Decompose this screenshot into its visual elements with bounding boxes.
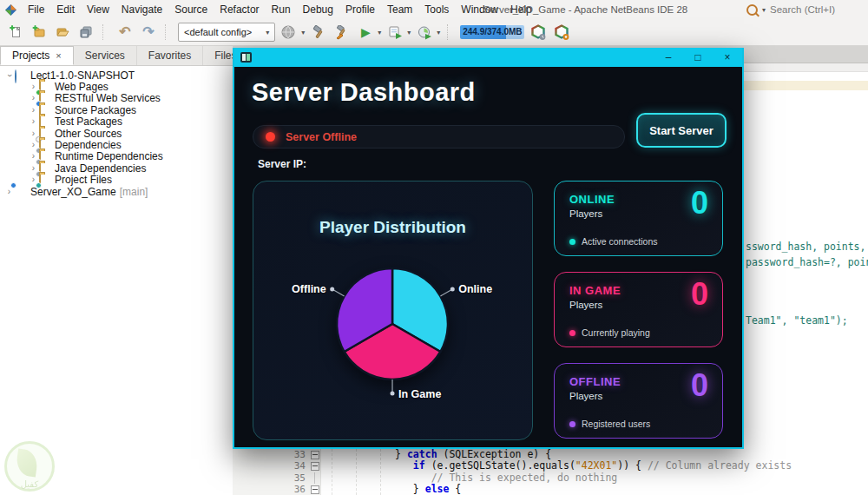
stat-sub-label: Players (569, 208, 708, 219)
tab-files[interactable]: Files (203, 46, 233, 65)
new-project-button[interactable] (30, 23, 49, 42)
tree-node-label: Other Sources (55, 128, 122, 140)
bullet-dot-icon (569, 421, 575, 427)
tree-node-java-dependencies[interactable]: › Java Dependencies (0, 162, 233, 174)
stat-value: 0 (691, 185, 708, 221)
start-server-button[interactable]: Start Server (636, 113, 727, 148)
memory-usage-indicator[interactable]: 244.9/374.0MB (460, 25, 524, 39)
tree-node-label: Test Packages (55, 116, 122, 128)
dashboard-titlebar[interactable]: – □ × (234, 48, 742, 67)
player-distribution-panel: OnlineIn GameOffline Player Distribution (253, 181, 533, 440)
open-project-button[interactable] (53, 23, 72, 42)
search-placeholder: Search (Ctrl+I) (770, 4, 835, 15)
minimize-button[interactable]: – (654, 48, 683, 67)
code-line: Team1", "team1"); (746, 314, 848, 327)
menu-tools[interactable]: Tools (418, 0, 455, 19)
tree-node-label: Source Packages (55, 104, 136, 116)
chevron-down-icon: ▾ (378, 29, 381, 36)
quick-search-input[interactable]: ▾ Search (Ctrl+I) (740, 1, 865, 18)
background-scan-icon[interactable] (552, 23, 571, 42)
tree-node-branch-suffix: [main] (120, 186, 148, 198)
close-icon[interactable]: × (56, 47, 61, 65)
code-fold-icon[interactable] (311, 462, 319, 471)
code-line: ssword_hash, points, Sta (746, 241, 868, 253)
chevron-expanded-icon[interactable]: › (5, 70, 14, 80)
redo-button[interactable]: ↷ (139, 23, 158, 42)
menu-profile[interactable]: Profile (339, 0, 381, 19)
stat-caption: Registered users (582, 419, 650, 429)
menu-navigate[interactable]: Navigate (115, 0, 168, 19)
stat-card-offline: OFFLINE Players Registered users 0 (554, 363, 723, 439)
code-row: 33 } catch (SQLException e) { (233, 449, 868, 460)
debug-project-button[interactable] (385, 23, 404, 42)
server-ip-label: Server IP: (258, 158, 306, 170)
tree-node-project-files[interactable]: › Project Files (0, 175, 233, 186)
watermark-logo: كفيل (4, 441, 56, 495)
tree-node-source-packages[interactable]: › Source Packages (0, 104, 233, 116)
build-project-button[interactable] (309, 23, 328, 42)
stat-heading: OFFLINE (569, 375, 708, 388)
close-button[interactable]: × (713, 48, 742, 67)
editor-bottom-strip[interactable]: 33 } catch (SQLException e) { 34 if (e.g… (233, 449, 868, 495)
chevron-down-icon: ▾ (266, 29, 269, 36)
chevron-collapsed-icon[interactable]: › (29, 106, 38, 115)
server-dashboard-window: – □ × Server Dashboard Server Offline St… (233, 48, 744, 449)
tree-node-dependencies[interactable]: › Dependencies (0, 139, 233, 150)
status-text: Server Offline (286, 131, 357, 143)
menu-file[interactable]: File (22, 0, 50, 19)
chevron-down-icon: ▾ (762, 6, 766, 14)
tree-node-label: Web Pages (55, 81, 108, 93)
tree-node-project-root[interactable]: › Lect1-1.0-SNAPSHOT (0, 69, 233, 81)
tree-node-label: Runtime Dependencies (55, 150, 163, 162)
line-number: 36 (283, 484, 306, 495)
status-dot-icon (266, 132, 275, 142)
tree-node-label: Dependencies (55, 139, 122, 151)
pie-label-dot (450, 287, 455, 291)
main-toolbar: ↶ ↷ <default config> ▾ ▾ ▶▾ ▾ ▾ 244.9/37… (0, 19, 868, 46)
maximize-button[interactable]: □ (683, 48, 713, 67)
run-project-button[interactable]: ▶ (356, 23, 375, 42)
window-title: Server_XO_Game - Apache NetBeans IDE 28 (483, 0, 687, 19)
maven-project-icon (15, 187, 27, 197)
tree-node-server-xo-game[interactable]: › Server_XO_Game [main] (0, 186, 233, 197)
tree-node-web-pages[interactable]: › Web Pages (0, 81, 233, 92)
pie-label: Offline (292, 283, 326, 295)
tree-node-other-sources[interactable]: › Other Sources (0, 128, 233, 139)
profile-project-button[interactable] (415, 23, 434, 42)
tab-label: Favorites (148, 47, 191, 65)
tab-favorites[interactable]: Favorites (137, 46, 203, 65)
stat-sub-label: Players (569, 391, 708, 401)
clean-and-build-button[interactable] (332, 23, 352, 42)
stat-heading: IN GAME (569, 284, 708, 297)
tree-node-label: Server_XO_Game (30, 186, 116, 198)
undo-button[interactable]: ↶ (115, 23, 135, 42)
menu-run[interactable]: Run (266, 0, 297, 19)
search-icon (746, 4, 758, 16)
tree-node-restful-web-services[interactable]: › RESTful Web Services (0, 93, 233, 104)
menu-team[interactable]: Team (381, 0, 418, 19)
menu-source[interactable]: Source (168, 0, 214, 19)
menu-view[interactable]: View (81, 0, 115, 19)
code-fold-icon[interactable] (311, 451, 319, 459)
new-file-button[interactable] (6, 23, 25, 42)
redo-icon: ↷ (142, 25, 154, 39)
chevron-collapsed-icon[interactable]: › (29, 117, 38, 126)
menu-edit[interactable]: Edit (50, 0, 81, 19)
config-dropdown[interactable]: <default config> ▾ (178, 23, 275, 42)
line-number: 35 (283, 472, 306, 484)
chevron-collapsed-icon[interactable]: › (4, 188, 14, 196)
pie-label: In Game (398, 388, 441, 400)
tab-services[interactable]: Services (74, 46, 137, 65)
menu-refactor[interactable]: Refactor (214, 0, 265, 19)
code-row: 34 if (e.getSQLState().equals("42X01")) … (233, 460, 868, 472)
menu-debug[interactable]: Debug (297, 0, 339, 19)
set-configuration-button[interactable] (279, 23, 299, 42)
tree-node-test-packages[interactable]: › Test Packages (0, 116, 233, 128)
undo-icon: ↶ (119, 25, 130, 39)
tab-projects[interactable]: Projects × (0, 46, 74, 65)
code-fold-icon[interactable] (311, 485, 319, 494)
save-all-button[interactable] (76, 23, 95, 42)
code-row: 35 // This is expected, do nothing (233, 472, 868, 484)
tree-node-runtime-dependencies[interactable]: › Runtime Dependencies (0, 151, 233, 162)
parsing-tasks-icon[interactable] (529, 23, 548, 42)
